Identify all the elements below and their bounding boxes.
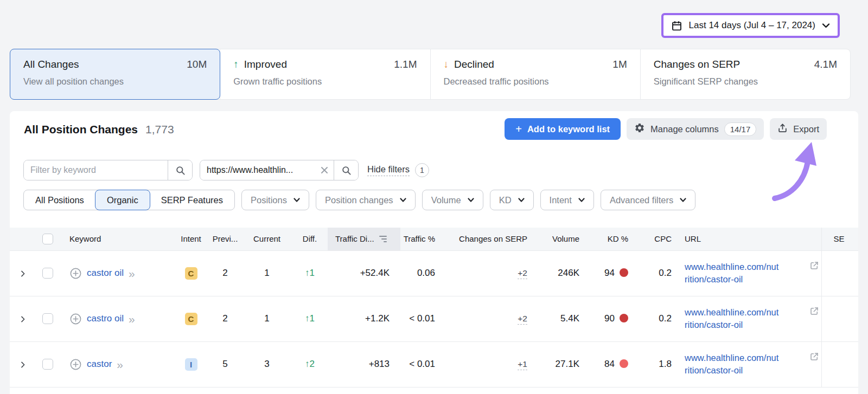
column-header-traffic-pct[interactable]: Traffic % (400, 228, 443, 250)
keyword-details-icon[interactable]: » (117, 359, 123, 370)
hide-filters-link[interactable]: Hide filters (367, 164, 410, 176)
row-checkbox[interactable] (42, 313, 53, 324)
previous-position: 2 (208, 296, 242, 341)
column-header-previous[interactable]: Previ... (208, 228, 242, 250)
keyword-link[interactable]: castor (87, 359, 112, 370)
volume-filter-dropdown[interactable]: Volume (422, 190, 483, 210)
date-range-label: Last 14 days (Jul 4 – 17, 2024) (689, 20, 815, 31)
add-keyword-icon[interactable] (69, 358, 82, 371)
position-diff: ↑1 (305, 313, 315, 324)
tab-title: Changes on SERP (654, 59, 741, 70)
tab-title: All Changes (23, 59, 79, 70)
add-keyword-icon[interactable] (69, 267, 82, 280)
row-checkbox[interactable] (42, 268, 53, 279)
export-button[interactable]: Export (770, 118, 827, 140)
chevron-down-icon (578, 198, 585, 202)
column-header-diff[interactable]: Diff. (292, 228, 328, 250)
current-position: 3 (242, 341, 292, 387)
column-header-intent[interactable]: Intent (174, 228, 208, 250)
positions-filter-dropdown[interactable]: Positions (241, 190, 309, 210)
export-icon (777, 123, 788, 135)
external-link-icon[interactable] (809, 306, 819, 319)
kd-filter-dropdown[interactable]: KD (490, 190, 534, 210)
chevron-down-icon (680, 198, 686, 202)
calendar-icon (671, 20, 682, 31)
cpc: 0.2 (631, 250, 673, 296)
expand-row-icon[interactable] (10, 360, 27, 369)
tab-all-changes[interactable]: All Changes 10M View all position change… (10, 49, 220, 100)
down-arrow-icon: ↓ (444, 59, 449, 70)
tab-changes-on-serp[interactable]: Changes on SERP 4.1M Significant SERP ch… (640, 49, 850, 99)
keyword-link[interactable]: castro oil (87, 313, 124, 324)
intent-badge: C (185, 313, 197, 325)
tab-subtitle: View all position changes (23, 76, 207, 87)
kd-difficulty-dot (620, 314, 628, 322)
position-changes-page: Last 14 days (Jul 4 – 17, 2024) All Chan… (0, 0, 868, 394)
manage-columns-button[interactable]: Manage columns 14/17 (627, 118, 764, 140)
column-header-cpc[interactable]: CPC (631, 228, 673, 250)
previous-position: 5 (208, 341, 242, 387)
kd-value: 90 (604, 313, 615, 324)
results-count: 1,773 (145, 123, 174, 136)
position-changes-filter-dropdown[interactable]: Position changes (316, 190, 416, 210)
tab-declined[interactable]: ↓ Declined 1M Decreased traffic position… (430, 49, 640, 99)
external-link-icon[interactable] (809, 352, 819, 364)
serp-changes-value[interactable]: +2 (518, 314, 527, 325)
kd-difficulty-dot (620, 359, 628, 368)
keyword-filter-input[interactable] (24, 160, 168, 180)
sort-descending-icon (379, 236, 387, 243)
column-header-se[interactable]: SE (821, 228, 858, 250)
date-range-selector[interactable]: Last 14 days (Jul 4 – 17, 2024) (663, 15, 838, 36)
url-link[interactable]: www.healthline.com/nutrition/castor-oil (685, 353, 778, 375)
intent-filter-dropdown[interactable]: Intent (540, 190, 594, 210)
url-search-button[interactable] (334, 160, 358, 180)
expand-row-icon[interactable] (10, 315, 27, 324)
table-row: castor » I 5 3 ↑2 +813 < 0.01 +1 27.1K 8… (10, 341, 858, 387)
traffic-pct: < 0.01 (400, 341, 443, 387)
select-all-checkbox[interactable] (42, 234, 53, 244)
tab-subtitle: Significant SERP changes (654, 76, 837, 87)
tab-value: 1.1M (394, 59, 417, 70)
traffic-diff: +52.4K (328, 250, 400, 296)
column-header-serp-changes[interactable]: Changes on SERP (443, 228, 530, 250)
url-link[interactable]: www.healthline.com/nutrition/castor-oil (685, 307, 778, 330)
external-link-icon[interactable] (809, 261, 819, 273)
column-header-volume[interactable]: Volume (530, 228, 581, 250)
previous-position: 2 (208, 250, 242, 296)
add-keyword-icon[interactable] (69, 313, 82, 325)
all-position-changes-panel: All Position Changes 1,773 + Add to keyw… (10, 111, 858, 394)
chevron-down-icon (293, 198, 300, 202)
advanced-filters-dropdown[interactable]: Advanced filters (601, 190, 695, 210)
segment-organic[interactable]: Organic (95, 190, 150, 210)
kd-value: 94 (604, 268, 615, 278)
position-diff: ↑1 (305, 268, 315, 278)
keyword-details-icon[interactable]: » (129, 268, 135, 279)
column-header-current[interactable]: Current (242, 228, 292, 250)
clear-url-filter-icon[interactable] (315, 160, 334, 180)
url-filter-input[interactable] (200, 160, 315, 180)
segment-serp-features[interactable]: SERP Features (150, 190, 234, 210)
keyword-details-icon[interactable]: » (129, 313, 135, 325)
column-header-keyword[interactable]: Keyword (60, 228, 174, 250)
expand-row-icon[interactable] (10, 269, 27, 278)
serp-changes-value[interactable]: +2 (518, 268, 527, 279)
column-header-traffic-diff[interactable]: Traffic Di... (328, 228, 400, 250)
url-link[interactable]: www.healthline.com/nutrition/castor-oil (685, 262, 778, 284)
column-header-kd[interactable]: KD % (581, 228, 631, 250)
segment-all-positions[interactable]: All Positions (24, 190, 95, 210)
add-to-keyword-list-button[interactable]: + Add to keyword list (505, 118, 621, 140)
traffic-diff: +813 (328, 341, 400, 387)
tab-subtitle: Decreased traffic positions (444, 76, 627, 87)
keyword-search-button[interactable] (168, 160, 192, 180)
intent-badge: I (185, 358, 197, 371)
columns-count-badge: 14/17 (724, 122, 757, 136)
toolbar-actions: + Add to keyword list Manage columns 14/… (505, 118, 827, 140)
tab-value: 1M (612, 59, 627, 70)
row-checkbox[interactable] (42, 359, 53, 370)
column-header-url[interactable]: URL (673, 228, 821, 250)
tab-improved[interactable]: ↑ Improved 1.1M Grown traffic positions (220, 49, 430, 99)
filter-inputs-row: Hide filters 1 (23, 160, 429, 180)
keyword-link[interactable]: castor oil (87, 268, 124, 279)
chevron-down-icon (400, 198, 406, 202)
serp-changes-value[interactable]: +1 (518, 359, 527, 370)
